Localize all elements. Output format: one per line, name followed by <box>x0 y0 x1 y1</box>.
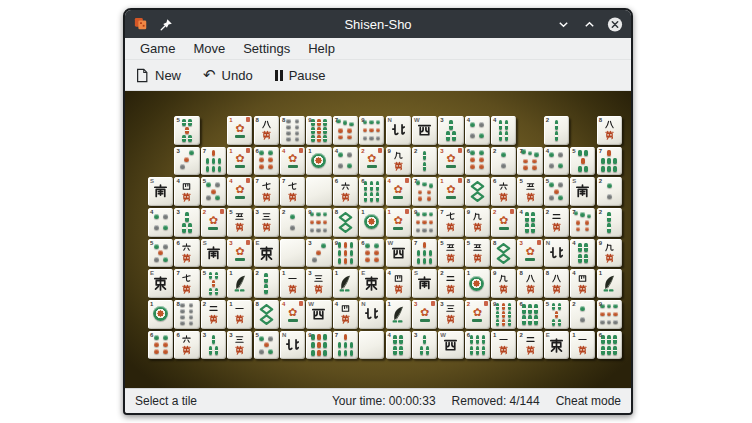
tile-wind-N[interactable]: N <box>359 300 384 329</box>
tile-bamboo-8[interactable]: 8 <box>465 177 490 206</box>
tile-wind-E[interactable]: E <box>254 239 279 268</box>
tile-circle-9[interactable]: 9 <box>412 208 437 237</box>
tile-bamboo-1[interactable]: 1 <box>597 269 622 298</box>
tile-circle-9[interactable]: 9 <box>597 300 622 329</box>
tile-character-7[interactable]: 7 <box>174 269 199 298</box>
pause-button[interactable]: Pause <box>275 68 326 83</box>
tile-character-2[interactable]: 2 <box>544 208 569 237</box>
tile-character-1[interactable]: 1 <box>491 331 516 360</box>
tile-character-1[interactable]: 1 <box>280 269 305 298</box>
tile-flower-2[interactable]: 2✿ <box>491 208 516 237</box>
tile-character-8[interactable]: 8 <box>517 269 542 298</box>
titlebar[interactable]: Shisen-Sho <box>125 10 631 38</box>
chevron-up-icon[interactable] <box>581 16 597 32</box>
tile-character-7[interactable]: 7 <box>280 177 305 206</box>
tile-bamboo-9[interactable]: 9 <box>306 116 331 145</box>
tile-circle-8[interactable]: 8 <box>174 300 199 329</box>
tile-flower-3[interactable]: 3✿ <box>438 147 463 176</box>
tile-character-4[interactable]: 4 <box>386 269 411 298</box>
tile-bamboo-3[interactable]: 3 <box>174 208 199 237</box>
tile-character-2[interactable]: 2 <box>438 269 463 298</box>
tile-bamboo-6[interactable]: 6 <box>597 331 622 360</box>
tile-wind-W[interactable]: W <box>386 239 411 268</box>
tile-wind-E[interactable]: E <box>359 269 384 298</box>
menu-game[interactable]: Game <box>131 39 184 58</box>
tile-circle-4[interactable]: 4 <box>148 208 173 237</box>
tile-bamboo-2[interactable]: 2 <box>412 147 437 176</box>
tile-character-6[interactable]: 6 <box>333 177 358 206</box>
tile-flower-4[interactable]: 4✿ <box>280 147 305 176</box>
tile-circle-4[interactable]: 4 <box>333 147 358 176</box>
tile-character-3[interactable]: 3 <box>254 208 279 237</box>
tile-white-dragon[interactable] <box>306 177 331 206</box>
tile-character-1[interactable]: 1 <box>227 300 252 329</box>
tile-circle-6[interactable]: 6 <box>359 239 384 268</box>
tile-bamboo-1[interactable]: 1 <box>386 300 411 329</box>
tile-circle-9[interactable]: 9 <box>306 208 331 237</box>
tile-flower-4[interactable]: 4✿ <box>227 177 252 206</box>
tile-circle-4[interactable]: 4 <box>544 147 569 176</box>
tile-character-9[interactable]: 9 <box>491 269 516 298</box>
tile-character-6[interactable]: 6 <box>174 331 199 360</box>
tile-wind-W[interactable]: W <box>412 116 437 145</box>
tile-circle-4[interactable]: 4 <box>465 116 490 145</box>
tile-wind-S[interactable]: S <box>570 177 595 206</box>
tile-character-5[interactable]: 5 <box>517 177 542 206</box>
tile-white-dragon[interactable] <box>359 331 384 360</box>
tile-bamboo-8[interactable]: 8 <box>333 208 358 237</box>
tile-character-6[interactable]: 6 <box>174 239 199 268</box>
tile-bamboo-8[interactable]: 8 <box>254 300 279 329</box>
tile-character-1[interactable]: 1 <box>570 331 595 360</box>
tile-bamboo-3[interactable]: 3 <box>412 331 437 360</box>
tile-flower-4[interactable]: 4✿ <box>386 177 411 206</box>
tile-bamboo-9[interactable]: 9 <box>333 239 358 268</box>
tile-circle-8[interactable]: 8 <box>280 116 305 145</box>
tile-white-dragon[interactable] <box>280 239 305 268</box>
tile-character-5[interactable]: 5 <box>465 239 490 268</box>
tile-character-9[interactable]: 9 <box>386 147 411 176</box>
tile-flower-3[interactable]: 3✿ <box>412 300 437 329</box>
tile-bamboo-7[interactable]: 7 <box>412 239 437 268</box>
tile-circle-5[interactable]: 5 <box>201 177 226 206</box>
undo-button[interactable]: ↶ Undo <box>203 68 253 83</box>
tile-wind-S[interactable]: S <box>201 239 226 268</box>
close-icon[interactable] <box>607 16 623 32</box>
tile-bamboo-7[interactable]: 7 <box>597 147 622 176</box>
tile-bamboo-4[interactable]: 4 <box>517 208 542 237</box>
new-button[interactable]: New <box>135 68 181 83</box>
tile-character-4[interactable]: 4 <box>333 300 358 329</box>
tile-flower-2[interactable]: 2✿ <box>359 147 384 176</box>
chevron-down-icon[interactable] <box>555 16 571 32</box>
tile-character-8[interactable]: 8 <box>544 269 569 298</box>
tile-circle-2[interactable]: 2 <box>570 300 595 329</box>
tile-bamboo-5[interactable]: 5 <box>174 116 199 145</box>
tile-character-4[interactable]: 4 <box>570 269 595 298</box>
tile-bamboo-5[interactable]: 5 <box>570 147 595 176</box>
tile-bamboo-9[interactable]: 9 <box>491 300 516 329</box>
tile-character-7[interactable]: 7 <box>254 177 279 206</box>
tile-character-8[interactable]: 8 <box>254 116 279 145</box>
tile-character-5[interactable]: 5 <box>227 208 252 237</box>
tile-wind-W[interactable]: W <box>438 331 463 360</box>
tile-flower-2[interactable]: 2✿ <box>465 300 490 329</box>
tile-character-4[interactable]: 4 <box>174 177 199 206</box>
tile-flower-1[interactable]: 1✿ <box>438 177 463 206</box>
tile-bamboo-1[interactable]: 1 <box>333 269 358 298</box>
tile-wind-N[interactable]: N <box>280 331 305 360</box>
menu-move[interactable]: Move <box>184 39 234 58</box>
tile-circle-7[interactable]: 7 <box>517 147 542 176</box>
tile-character-7[interactable]: 7 <box>438 208 463 237</box>
tile-circle-5[interactable]: 5 <box>544 177 569 206</box>
tile-bamboo-3[interactable]: 3 <box>438 116 463 145</box>
tile-circle-5[interactable]: 5 <box>254 331 279 360</box>
tile-bamboo-5[interactable]: 5 <box>201 269 226 298</box>
tile-circle-7[interactable]: 7 <box>333 116 358 145</box>
menu-help[interactable]: Help <box>299 39 344 58</box>
tile-bamboo-9[interactable]: 9 <box>306 331 331 360</box>
tile-bamboo-2[interactable]: 2 <box>254 269 279 298</box>
tile-circle-6[interactable]: 6 <box>148 331 173 360</box>
tile-circle-9[interactable]: 9 <box>359 116 384 145</box>
tile-bamboo-5[interactable]: 5 <box>544 300 569 329</box>
tile-flower-2[interactable]: 2✿ <box>201 208 226 237</box>
tile-bamboo-2[interactable]: 2 <box>597 208 622 237</box>
